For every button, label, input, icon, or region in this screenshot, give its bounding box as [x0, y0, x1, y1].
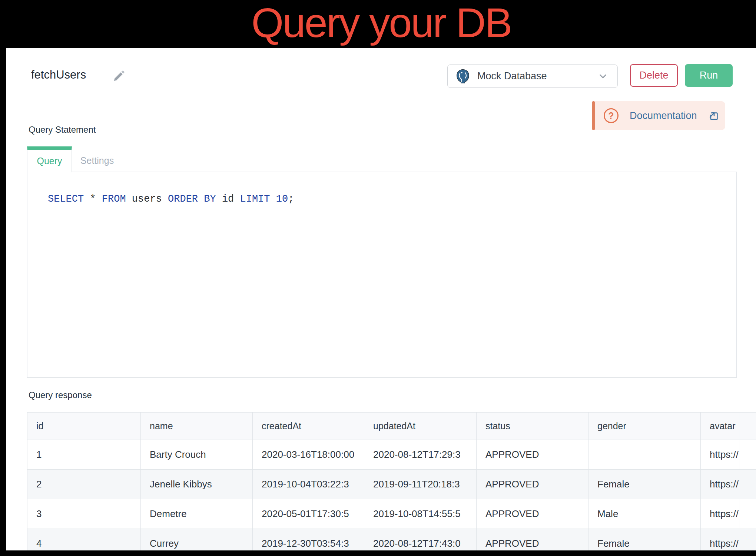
- table-cell: https://: [701, 470, 739, 499]
- sql-token: users: [126, 193, 168, 205]
- sql-editor[interactable]: SELECT * FROM users ORDER BY id LIMIT 10…: [27, 172, 737, 378]
- bottom-black-strip: [0, 550, 756, 556]
- table-column-header-name: name: [141, 413, 253, 440]
- sql-token: [270, 193, 276, 205]
- table-cell: https://: [701, 499, 739, 529]
- table-column-header-avatar: avatar: [701, 413, 739, 440]
- table-cell: Male: [588, 499, 701, 529]
- table-cell: https://: [701, 440, 739, 470]
- sql-statement-text: SELECT * FROM users ORDER BY id LIMIT 10…: [48, 193, 294, 205]
- documentation-label: Documentation: [630, 110, 697, 122]
- run-button[interactable]: Run: [685, 64, 733, 87]
- table-cell: 2019-10-08T14:55:5: [364, 499, 477, 529]
- table-cell: 2020-08-12T17:29:3: [364, 440, 477, 470]
- query-response-label: Query response: [29, 390, 92, 400]
- table-body: 1Barty Crouch2020-03-16T18:00:002020-08-…: [27, 440, 756, 556]
- table-cell: 2020-03-16T18:00:00: [253, 440, 364, 470]
- banner-title: Query your DB: [0, 0, 756, 46]
- delete-button[interactable]: Delete: [630, 64, 678, 87]
- table-cell: APPROVED: [477, 440, 588, 470]
- table-cell: Jenelle Kibbys: [141, 470, 253, 499]
- table-cell: 1: [27, 440, 141, 470]
- query-statement-label: Query Statement: [29, 125, 96, 135]
- documentation-link[interactable]: ? Documentation: [595, 101, 725, 130]
- table-cell: APPROVED: [477, 499, 588, 529]
- table-column-header-clipped: [739, 413, 756, 440]
- database-selector-dropdown[interactable]: Mock Database: [447, 64, 618, 88]
- table-cell: [739, 470, 756, 499]
- edit-query-name-button[interactable]: [113, 69, 126, 82]
- sql-token: SELECT: [48, 193, 84, 205]
- table-cell: 2: [27, 470, 141, 499]
- table-column-header-id: id: [27, 413, 141, 440]
- external-link-icon: [708, 110, 719, 121]
- tab-settings[interactable]: Settings: [72, 150, 122, 171]
- left-black-strip: [0, 0, 6, 556]
- table-row: 1Barty Crouch2020-03-16T18:00:002020-08-…: [27, 440, 756, 470]
- query-response-table: idnamecreatedAtupdatedAtstatusgenderavat…: [27, 412, 756, 556]
- table-cell: Female: [588, 470, 701, 499]
- app-page: Query your DB fetchUsers Mock Database: [0, 0, 756, 556]
- sql-token: id: [216, 193, 240, 205]
- table-cell: 3: [27, 499, 141, 529]
- table-header-row: idnamecreatedAtupdatedAtstatusgenderavat…: [27, 413, 756, 440]
- sql-token: FROM: [102, 193, 126, 205]
- table-row: 3Demetre2020-05-01T17:30:52019-10-08T14:…: [27, 499, 756, 529]
- table-cell: Barty Crouch: [141, 440, 253, 470]
- sql-token: ORDER BY: [168, 193, 216, 205]
- database-selector-value: Mock Database: [477, 70, 547, 82]
- table-cell: APPROVED: [477, 470, 588, 499]
- documentation-accent-bar: [592, 101, 595, 130]
- tab-query[interactable]: Query: [27, 146, 72, 172]
- table-cell: [739, 440, 756, 470]
- pencil-icon: [113, 69, 126, 82]
- sql-token: ;: [288, 193, 294, 205]
- sql-token: *: [84, 193, 102, 205]
- question-circle-icon: ?: [604, 108, 619, 123]
- documentation-callout: ? Documentation: [592, 101, 725, 130]
- table-column-header-createdAt: createdAt: [253, 413, 364, 440]
- sql-token: LIMIT: [240, 193, 270, 205]
- table-cell: [739, 499, 756, 529]
- table-column-header-status: status: [477, 413, 588, 440]
- table-cell: 2020-05-01T17:30:5: [253, 499, 364, 529]
- top-banner: Query your DB: [0, 0, 756, 48]
- table-cell: Demetre: [141, 499, 253, 529]
- chevron-down-icon: [597, 71, 609, 82]
- table-column-header-updatedAt: updatedAt: [364, 413, 477, 440]
- query-response-table-container: idnamecreatedAtupdatedAtstatusgenderavat…: [27, 412, 756, 556]
- sql-token: 10: [276, 193, 288, 205]
- table-column-header-gender: gender: [588, 413, 701, 440]
- table-cell: 2019-09-11T20:18:3: [364, 470, 477, 499]
- table-cell: 2019-10-04T03:22:3: [253, 470, 364, 499]
- table-row: 2Jenelle Kibbys2019-10-04T03:22:32019-09…: [27, 470, 756, 499]
- table-cell: [588, 440, 701, 470]
- postgresql-icon: [455, 69, 471, 84]
- query-name-title: fetchUsers: [31, 68, 86, 82]
